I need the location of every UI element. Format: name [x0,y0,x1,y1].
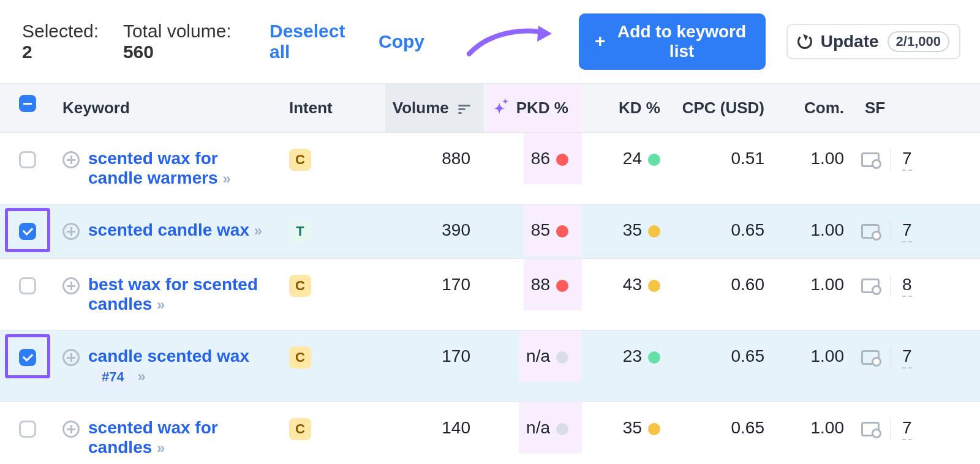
header-keyword[interactable]: Keyword [55,84,282,132]
sf-cell: 7 [858,331,949,384]
volume-cell: 140 [434,402,484,454]
expand-keyword-icon[interactable] [62,223,80,240]
sf-value: 7 [902,346,912,369]
kd-dot-icon [648,351,660,364]
divider [891,221,891,242]
serp-preview-icon[interactable] [861,422,880,436]
pkd-cell: n/a [519,402,582,454]
intent-cell: C [282,402,368,456]
row-checkbox-cell[interactable] [0,331,55,382]
add-to-keyword-list-button[interactable]: + Add to keyword list [579,13,766,70]
sf-cell: 7 [858,402,949,456]
row-checkbox-cell[interactable] [0,402,55,454]
pkd-value: 85 [531,220,550,239]
kd-dot-icon [648,154,660,166]
pkd-dot-icon [556,154,568,166]
expand-keyword-icon[interactable] [62,151,80,168]
pkd-cell: 86 [524,133,582,184]
row-checkbox[interactable] [19,421,36,438]
volume-stat: Total volume: 560 [123,21,249,62]
keyword-link[interactable]: scented candle wax [88,220,254,239]
select-all-cell[interactable] [0,84,55,127]
intent-cell: C [282,331,368,384]
refresh-icon [797,34,812,49]
volume-cell: 170 [434,331,484,382]
row-checkbox-cell[interactable] [0,133,55,184]
deselect-all-button[interactable]: Deselect all [270,21,358,62]
serp-preview-icon[interactable] [861,224,880,239]
keyword-cell: scented wax for candle warmers » [55,133,282,204]
row-checkbox[interactable] [19,223,36,240]
serp-preview-icon[interactable] [861,350,880,365]
pkd-dot-icon [556,225,568,238]
kd-cell: 24 [616,133,674,184]
serp-preview-icon[interactable] [861,152,880,167]
row-checkbox[interactable] [19,277,36,294]
pkd-value: n/a [526,418,550,437]
pkd-dot-icon [556,280,568,292]
volume-value: 560 [123,42,154,62]
sparkle-icon [494,101,507,114]
kd-dot-icon [648,423,660,435]
row-checkbox[interactable] [19,151,36,168]
expand-keyword-icon[interactable] [62,421,80,438]
table-row: best wax for scented candles »C17088430.… [0,259,980,331]
kd-cell: 23 [616,331,674,382]
intent-cell: C [282,133,368,187]
volume-cell: 170 [434,259,484,310]
kd-value: 24 [623,149,642,168]
expand-keyword-icon[interactable] [62,349,80,366]
com-cell: 1.00 [804,204,858,256]
chevron-right-icon: » [222,170,228,187]
com-cell: 1.00 [804,259,858,310]
com-cell: 1.00 [804,331,858,382]
divider [891,275,891,296]
header-kd[interactable]: KD % [611,84,674,132]
header-intent[interactable]: Intent [282,84,368,132]
header-com[interactable]: Com. [797,84,858,132]
volume-cell: 390 [434,204,484,256]
arrow-annotation-icon [466,24,558,59]
cpc-cell: 0.65 [724,402,778,454]
kd-value: 35 [623,418,642,437]
keyword-cell: candle scented wax #74 » [55,331,282,402]
keyword-link[interactable]: candle scented wax [88,346,249,365]
row-checkbox-cell[interactable] [0,259,55,310]
row-checkbox[interactable] [19,349,36,366]
kd-dot-icon [648,225,660,238]
pkd-dot-icon [556,423,568,435]
header-sf[interactable]: SF [858,84,949,132]
cpc-cell: 0.51 [724,133,778,184]
keyword-cell: best wax for scented candles » [55,259,282,330]
serp-preview-icon[interactable] [861,279,880,293]
pkd-cell: n/a [519,331,582,382]
update-label: Update [821,32,879,51]
action-toolbar: Selected: 2 Total volume: 560 Deselect a… [0,0,980,83]
pkd-value: 86 [531,149,550,168]
intent-badge: C [289,418,311,440]
update-button[interactable]: Update 2/1,000 [786,24,960,59]
pkd-dot-icon [556,351,568,364]
keyword-link[interactable]: scented wax for candle warmers [88,149,222,187]
copy-button[interactable]: Copy [379,31,424,52]
table-row: scented wax for candles »C140n/a350.651.… [0,402,980,464]
select-all-checkbox[interactable] [19,95,36,112]
header-pkd[interactable]: PKD % [486,84,582,132]
header-cpc[interactable]: CPC (USD) [675,84,778,132]
keyword-link[interactable]: scented wax for candles [88,418,218,457]
kd-cell: 35 [616,204,674,256]
header-volume-label: Volume [393,99,449,117]
table-header-row: Keyword Intent Volume PKD % KD % CPC (US… [0,84,980,133]
pkd-value: n/a [526,346,550,365]
expand-keyword-icon[interactable] [62,277,80,294]
com-cell: 1.00 [804,133,858,184]
keyword-link[interactable]: best wax for scented candles [88,275,258,313]
sf-value: 8 [902,275,912,297]
sf-cell: 7 [858,204,949,258]
add-to-keyword-list-label: Add to keyword list [614,22,750,61]
table-row: scented wax for candle warmers »C8808624… [0,133,980,204]
divider [891,149,891,170]
row-checkbox-cell[interactable] [0,204,55,256]
chevron-right-icon: » [254,222,260,239]
header-volume[interactable]: Volume [385,84,484,132]
